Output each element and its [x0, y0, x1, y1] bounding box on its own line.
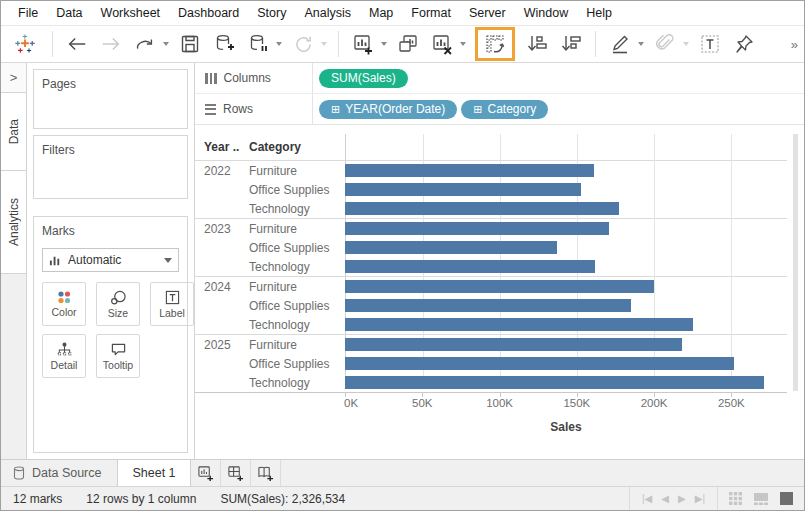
new-dashboard-tab-button[interactable]: [221, 460, 251, 486]
menu-item-map[interactable]: Map: [360, 6, 402, 20]
menu-item-window[interactable]: Window: [515, 6, 577, 20]
tab-data[interactable]: Data: [1, 93, 26, 171]
category-label[interactable]: Office Supplies: [249, 299, 345, 313]
forward-button[interactable]: [97, 29, 125, 59]
highlight-pen-caret[interactable]: [638, 42, 644, 46]
clear-sheet-caret[interactable]: [460, 42, 466, 46]
axis-tick-label: 150K: [563, 397, 590, 409]
pause-updates-icon[interactable]: [244, 29, 272, 59]
filters-shelf[interactable]: Filters: [33, 135, 188, 199]
new-story-tab-button[interactable]: [251, 460, 281, 486]
pill-category[interactable]: ⊞ Category: [461, 100, 548, 119]
bar-mark[interactable]: [345, 202, 619, 215]
highlight-pen-icon[interactable]: [606, 29, 634, 59]
category-label[interactable]: Technology: [249, 260, 345, 274]
filmstrip-icon[interactable]: [753, 491, 769, 506]
year-label[interactable]: 2025: [195, 338, 249, 352]
category-label[interactable]: Office Supplies: [249, 357, 345, 371]
sort-ascending-icon[interactable]: [523, 29, 551, 59]
color-button[interactable]: Color: [42, 282, 86, 326]
year-label[interactable]: 2024: [195, 280, 249, 294]
bar-mark[interactable]: [345, 376, 764, 389]
tab-data-source[interactable]: Data Source: [1, 460, 117, 486]
tooltip-button[interactable]: Tooltip: [96, 334, 140, 378]
bar-mark[interactable]: [345, 260, 595, 273]
category-label[interactable]: Office Supplies: [249, 183, 345, 197]
status-marks-count: 12 marks: [1, 492, 74, 506]
tab-sheet-1[interactable]: Sheet 1: [117, 460, 190, 486]
last-sheet-icon[interactable]: ▶|: [695, 493, 705, 504]
chart-row: Office Supplies: [195, 180, 787, 199]
redo-icon[interactable]: [131, 29, 159, 59]
next-sheet-icon[interactable]: ▶: [678, 493, 686, 504]
mark-type-dropdown[interactable]: Automatic: [42, 248, 179, 272]
category-label[interactable]: Technology: [249, 376, 345, 390]
group-members-caret: [683, 42, 689, 46]
expand-icon[interactable]: ⊞: [331, 104, 340, 115]
vertical-scrollbar[interactable]: [793, 134, 798, 391]
bar-mark[interactable]: [345, 357, 734, 370]
menu-item-format[interactable]: Format: [402, 6, 460, 20]
toolbar-divider: [338, 31, 339, 57]
menu-bar: FileDataWorksheetDashboardStoryAnalysisM…: [1, 1, 804, 25]
collapse-panel-chevron-icon[interactable]: >: [1, 63, 26, 93]
bar-mark[interactable]: [345, 222, 609, 235]
menu-item-worksheet[interactable]: Worksheet: [92, 6, 170, 20]
expand-icon[interactable]: ⊞: [473, 104, 482, 115]
year-label[interactable]: 2023: [195, 222, 249, 236]
back-button[interactable]: [63, 29, 91, 59]
detail-button[interactable]: Detail: [42, 334, 86, 378]
category-label[interactable]: Furniture: [249, 338, 345, 352]
menu-item-dashboard[interactable]: Dashboard: [169, 6, 248, 20]
show-tabs-icon[interactable]: [779, 491, 794, 506]
menu-item-story[interactable]: Story: [248, 6, 295, 20]
swap-rows-columns-icon[interactable]: [481, 29, 509, 59]
tab-analytics[interactable]: Analytics: [1, 171, 26, 274]
new-worksheet-icon[interactable]: [349, 29, 377, 59]
category-column-header[interactable]: Category: [249, 140, 345, 154]
year-label[interactable]: 2022: [195, 164, 249, 178]
fix-axes-icon[interactable]: [730, 29, 758, 59]
menu-item-data[interactable]: Data: [47, 6, 91, 20]
menu-item-server[interactable]: Server: [460, 6, 515, 20]
first-sheet-icon[interactable]: |◀: [642, 493, 652, 504]
bar-mark[interactable]: [345, 183, 581, 196]
category-label[interactable]: Office Supplies: [249, 241, 345, 255]
x-axis[interactable]: 0K50K100K150K200K250K: [345, 393, 787, 411]
category-label[interactable]: Furniture: [249, 222, 345, 236]
sheet-sorter-icon[interactable]: [728, 491, 743, 506]
redo-caret[interactable]: [163, 42, 169, 46]
sort-descending-icon[interactable]: [557, 29, 585, 59]
previous-sheet-icon[interactable]: ◀: [661, 493, 669, 504]
pill-sum-sales[interactable]: SUM(Sales): [319, 69, 408, 88]
new-worksheet-caret[interactable]: [381, 42, 387, 46]
menu-item-analysis[interactable]: Analysis: [295, 6, 360, 20]
pages-shelf[interactable]: Pages: [33, 69, 188, 129]
menu-item-file[interactable]: File: [9, 6, 47, 20]
pill-year-order-date[interactable]: ⊞ YEAR(Order Date): [319, 100, 457, 119]
new-worksheet-tab-button[interactable]: [191, 460, 221, 486]
size-button[interactable]: Size: [96, 282, 140, 326]
bar-mark[interactable]: [345, 318, 693, 331]
clear-sheet-icon[interactable]: [428, 29, 456, 59]
pause-updates-caret[interactable]: [276, 42, 282, 46]
new-datasource-icon[interactable]: [210, 29, 238, 59]
bar-mark[interactable]: [345, 280, 654, 293]
duplicate-sheet-icon[interactable]: [394, 29, 422, 59]
bar-mark[interactable]: [345, 299, 631, 312]
save-icon[interactable]: [176, 29, 204, 59]
tableau-logo-icon[interactable]: [11, 29, 39, 59]
bar-mark[interactable]: [345, 164, 594, 177]
toolbar-more-chevron[interactable]: »: [791, 37, 800, 52]
category-label[interactable]: Furniture: [249, 164, 345, 178]
show-mark-labels-icon[interactable]: [696, 29, 724, 59]
x-axis-title[interactable]: Sales: [345, 420, 787, 434]
category-label[interactable]: Technology: [249, 318, 345, 332]
menu-item-help[interactable]: Help: [577, 6, 621, 20]
label-button[interactable]: Label: [150, 282, 194, 326]
category-label[interactable]: Furniture: [249, 280, 345, 294]
year-column-header[interactable]: Year ..: [195, 140, 249, 154]
bar-mark[interactable]: [345, 338, 682, 351]
category-label[interactable]: Technology: [249, 202, 345, 216]
bar-mark[interactable]: [345, 241, 557, 254]
